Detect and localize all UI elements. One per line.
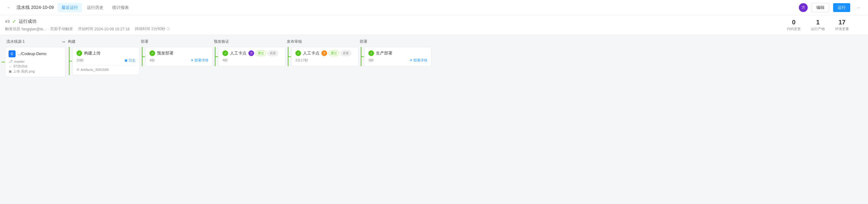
step-name-deploy1: 预发部署 xyxy=(157,50,174,56)
file-icon: ▣ xyxy=(8,69,12,73)
stat-artifacts: 1 运行产物 xyxy=(811,19,825,31)
source-branch-row: ⎇ master xyxy=(8,59,62,63)
step-name-precheck: 人工卡点 xyxy=(230,50,247,56)
start-time: 开始时间 2024-10-09 16:27:16 xyxy=(78,26,130,32)
step-deploy2-link[interactable]: ✈ 部署详情 xyxy=(410,58,427,63)
env-vars-num: 17 xyxy=(838,19,845,26)
run-status-row: #3 ✓ 运行成功 xyxy=(5,19,863,24)
back-button[interactable]: ← xyxy=(5,4,13,11)
run-button[interactable]: 运行 xyxy=(833,3,850,12)
edit-button[interactable]: 编辑 xyxy=(811,3,829,12)
step-success-build: ✓ xyxy=(76,50,82,56)
stage-review-body: ✓ 人工卡点 方 通过 或签 2分17秒 xyxy=(285,47,359,66)
file: 上传 高的.png xyxy=(13,69,35,74)
duration-value: 2分50秒 xyxy=(151,26,165,32)
more-button[interactable]: ··· xyxy=(854,3,863,12)
stage-deploy1-title: 部署 xyxy=(140,39,213,44)
step-success-deploy2: ✓ xyxy=(368,50,374,56)
step-name-review: 人工卡点 xyxy=(303,50,319,56)
branch: master xyxy=(14,60,25,63)
step-meta-review: 2分17秒 xyxy=(296,58,354,63)
step-card-deploy1: ✓ 预发部署 4秒 ✈ 部署详情 xyxy=(145,47,213,66)
tab-stats[interactable]: 统计报表 xyxy=(108,3,133,12)
stage-deploy2: 部署 ✓ 生产部署 3秒 ✈ 部署详情 xyxy=(359,39,431,66)
step-log-link[interactable]: ▣ 日志 xyxy=(124,58,135,63)
info-icon[interactable]: ⓘ xyxy=(166,27,170,31)
tab-history[interactable]: 运行历史 xyxy=(83,3,107,12)
step-deploy1-link[interactable]: ✈ 部署详情 xyxy=(191,58,209,63)
step-duration-precheck: 4秒 xyxy=(222,58,228,62)
run-info-bar: #3 ✓ 运行成功 触发信息 fangqian@te... · 页面手动触发 开… xyxy=(0,15,868,35)
avatar: 方 xyxy=(799,3,808,12)
trigger-dot: · xyxy=(48,27,49,31)
approver-avatar-precheck: 方 xyxy=(248,50,254,56)
stage-build: 构建 ✓ 构建上传 20秒 ▣ 日志 ⊙ Artifacts_3591589 xyxy=(67,39,140,75)
step-meta-precheck: 4秒 xyxy=(222,58,281,63)
stat-env-vars: 17 环境变量 xyxy=(835,19,849,31)
stage-precheck: 预发验证 ✓ 人工卡点 方 通过 或签 4秒 xyxy=(213,39,285,66)
pass-badge-review: 通过 xyxy=(328,50,339,56)
step-meta-deploy1: 4秒 ✈ 部署详情 xyxy=(149,58,209,63)
artifacts-icon: ⊙ xyxy=(76,67,79,72)
start-label: 开始时间 xyxy=(78,26,93,32)
pass-badge-precheck: 通过 xyxy=(255,50,266,56)
trigger-label: 触发信息 xyxy=(5,26,20,32)
source-commit-row: → 972fc0cb xyxy=(8,64,62,68)
artifacts-num: 1 xyxy=(816,19,819,26)
code-changes-label: 代码变更 xyxy=(787,27,801,31)
trigger-method: 页面手动触发 xyxy=(50,26,73,32)
stage-review: 发布审核 ✓ 人工卡点 方 通过 或签 2分17秒 xyxy=(285,39,359,66)
step-card-build: ✓ 构建上传 20秒 ▣ 日志 ⊙ Artifacts_3591589 xyxy=(72,47,140,75)
sign-badge-review: 或签 xyxy=(340,50,351,56)
stage-review-title: 发布审核 xyxy=(285,39,359,44)
source-body: C .../Codeup-Demo ⎇ master → 972fc0cb ▣ … xyxy=(5,47,65,77)
stage-deploy1-body: ✓ 预发部署 4秒 ✈ 部署详情 xyxy=(140,47,213,66)
step-card-precheck: ✓ 人工卡点 方 通过 或签 4秒 xyxy=(218,47,285,66)
artifacts-label: 运行产物 xyxy=(811,27,825,31)
deploy1-link-icon: ✈ xyxy=(191,58,193,62)
step-success-deploy1: ✓ xyxy=(149,50,155,56)
stage-deploy1: 部署 ✓ 预发部署 4秒 ✈ 部署详情 xyxy=(140,39,213,66)
run-meta: 触发信息 fangqian@te... · 页面手动触发 开始时间 2024-1… xyxy=(5,26,863,32)
source-card: C .../Codeup-Demo ⎇ master → 972fc0cb ▣ … xyxy=(5,47,65,77)
success-icon: ✓ xyxy=(12,19,16,24)
stage-deploy2-body: ✓ 生产部署 3秒 ✈ 部署详情 xyxy=(359,47,431,66)
artifacts-text: Artifacts_3591589 xyxy=(81,68,109,72)
step-meta-deploy2: 3秒 ✈ 部署详情 xyxy=(368,58,427,63)
tab-recent[interactable]: 最近运行 xyxy=(58,3,82,12)
log-icon: ▣ xyxy=(124,58,127,62)
code-changes-num: 0 xyxy=(792,19,795,26)
header-left: ← 流水线 2024-10-09 最近运行 运行历史 统计报表 xyxy=(5,3,799,12)
step-meta-build: 20秒 ▣ 日志 xyxy=(76,58,135,63)
stage-precheck-title: 预发验证 xyxy=(213,39,285,44)
expand-icon[interactable]: ⇔ xyxy=(62,40,65,44)
stage-build-body: ✓ 构建上传 20秒 ▣ 日志 ⊙ Artifacts_3591589 xyxy=(67,47,140,75)
deploy2-link-icon: ✈ xyxy=(410,58,412,62)
stage-build-title: 构建 xyxy=(67,39,140,44)
step-duration-review: 2分17秒 xyxy=(296,58,308,62)
trigger-value: fangqian@te... xyxy=(22,27,46,31)
step-name-deploy2: 生产部署 xyxy=(376,50,393,56)
stat-code-changes: 0 代码变更 xyxy=(787,19,801,31)
commit-icon: → xyxy=(8,64,12,68)
source-logo: C xyxy=(8,50,16,57)
step-name-build: 构建上传 xyxy=(84,50,100,56)
stage-deploy2-title: 部署 xyxy=(359,39,431,44)
source-file-row: ▣ 上传 高的.png xyxy=(8,69,62,74)
run-status-text: 运行成功 xyxy=(19,19,36,24)
trigger-info: 触发信息 fangqian@te... · 页面手动触发 xyxy=(5,26,73,32)
duration: 持续时间 2分50秒 ⓘ xyxy=(135,26,170,32)
sign-badge-precheck: 或签 xyxy=(268,50,278,56)
nav-tabs: 最近运行 运行历史 统计报表 xyxy=(58,3,133,12)
stage-precheck-body: ✓ 人工卡点 方 通过 或签 4秒 xyxy=(213,47,285,66)
commit: 972fc0cb xyxy=(13,64,28,68)
start-value: 2024-10-09 16:27:16 xyxy=(95,27,130,31)
header-right: 方 编辑 运行 ··· xyxy=(799,3,863,12)
source-title: 流水线源·1 ⇔ xyxy=(5,39,65,44)
step-duration-deploy2: 3秒 xyxy=(368,58,374,63)
env-vars-label: 环境变量 xyxy=(835,27,849,31)
duration-label: 持续时间 xyxy=(135,26,150,32)
approver-avatar-review: 方 xyxy=(321,50,327,56)
step-success-review: ✓ xyxy=(296,50,301,56)
header: ← 流水线 2024-10-09 最近运行 运行历史 统计报表 方 编辑 运行 … xyxy=(0,0,868,15)
